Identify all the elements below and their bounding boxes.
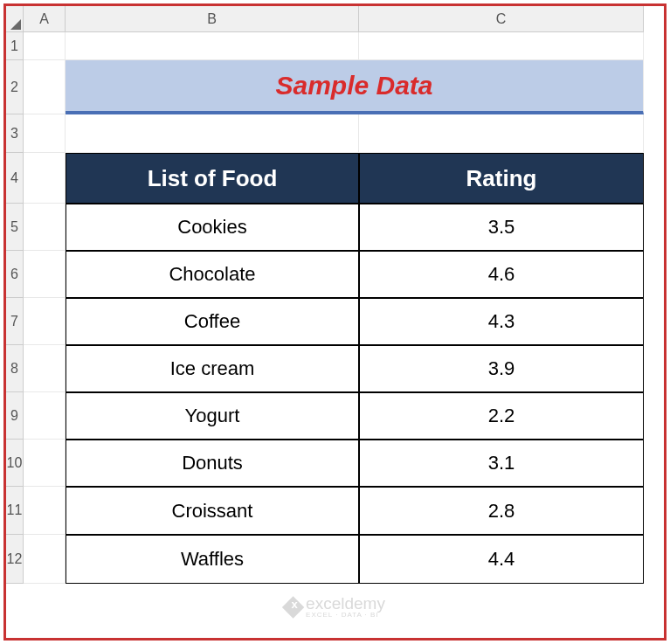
table-header-food[interactable]: List of Food — [66, 153, 359, 204]
row-header-5[interactable]: 5 — [6, 204, 24, 251]
cell-a7[interactable] — [24, 298, 66, 345]
row-header-10[interactable]: 10 — [6, 440, 24, 487]
cell-c1[interactable] — [359, 32, 644, 60]
cell-c3[interactable] — [359, 114, 644, 153]
row-header-2[interactable]: 2 — [6, 60, 24, 114]
table-row[interactable]: 4.3 — [359, 298, 644, 345]
cell-a12[interactable] — [24, 535, 66, 584]
table-row[interactable]: Cookies — [66, 204, 359, 251]
cell-a2[interactable] — [24, 60, 66, 114]
cell-b3[interactable] — [66, 114, 359, 153]
screenshot-frame: A B C 1 2 Sample Data 3 4 List of Food R… — [3, 3, 667, 641]
table-row[interactable]: 3.5 — [359, 204, 644, 251]
spreadsheet-grid: A B C 1 2 Sample Data 3 4 List of Food R… — [6, 6, 664, 584]
table-row[interactable]: 2.2 — [359, 392, 644, 440]
row-header-3[interactable]: 3 — [6, 114, 24, 153]
cell-b1[interactable] — [66, 32, 359, 60]
table-row[interactable]: 3.1 — [359, 440, 644, 487]
table-header-rating[interactable]: Rating — [359, 153, 644, 204]
watermark-sub: EXCEL · DATA · BI — [306, 612, 385, 619]
table-row[interactable]: Chocolate — [66, 251, 359, 298]
cell-a8[interactable] — [24, 345, 66, 392]
table-row[interactable]: 2.8 — [359, 487, 644, 535]
table-row[interactable]: 4.6 — [359, 251, 644, 298]
table-row[interactable]: Coffee — [66, 298, 359, 345]
cell-a1[interactable] — [24, 32, 66, 60]
table-row[interactable]: Donuts — [66, 440, 359, 487]
col-header-c[interactable]: C — [359, 6, 644, 32]
col-header-b[interactable]: B — [66, 6, 359, 32]
table-row[interactable]: 4.4 — [359, 535, 644, 584]
select-all-corner[interactable] — [6, 6, 24, 32]
watermark: exceldemy EXCEL · DATA · BI — [285, 595, 385, 619]
cell-a6[interactable] — [24, 251, 66, 298]
row-header-11[interactable]: 11 — [6, 487, 24, 535]
cell-a3[interactable] — [24, 114, 66, 153]
row-header-8[interactable]: 8 — [6, 345, 24, 392]
table-row[interactable]: Yogurt — [66, 392, 359, 440]
row-header-9[interactable]: 9 — [6, 392, 24, 440]
cell-a11[interactable] — [24, 487, 66, 535]
watermark-logo-icon — [281, 596, 303, 618]
row-header-12[interactable]: 12 — [6, 535, 24, 584]
row-header-4[interactable]: 4 — [6, 153, 24, 204]
row-header-7[interactable]: 7 — [6, 298, 24, 345]
title-cell[interactable]: Sample Data — [66, 60, 644, 114]
watermark-brand: exceldemy — [306, 595, 385, 612]
table-row[interactable]: Waffles — [66, 535, 359, 584]
cell-a9[interactable] — [24, 392, 66, 440]
table-row[interactable]: Ice cream — [66, 345, 359, 392]
row-header-1[interactable]: 1 — [6, 32, 24, 60]
cell-a10[interactable] — [24, 440, 66, 487]
cell-a5[interactable] — [24, 204, 66, 251]
table-row[interactable]: 3.9 — [359, 345, 644, 392]
table-row[interactable]: Croissant — [66, 487, 359, 535]
cell-a4[interactable] — [24, 153, 66, 204]
row-header-6[interactable]: 6 — [6, 251, 24, 298]
col-header-a[interactable]: A — [24, 6, 66, 32]
